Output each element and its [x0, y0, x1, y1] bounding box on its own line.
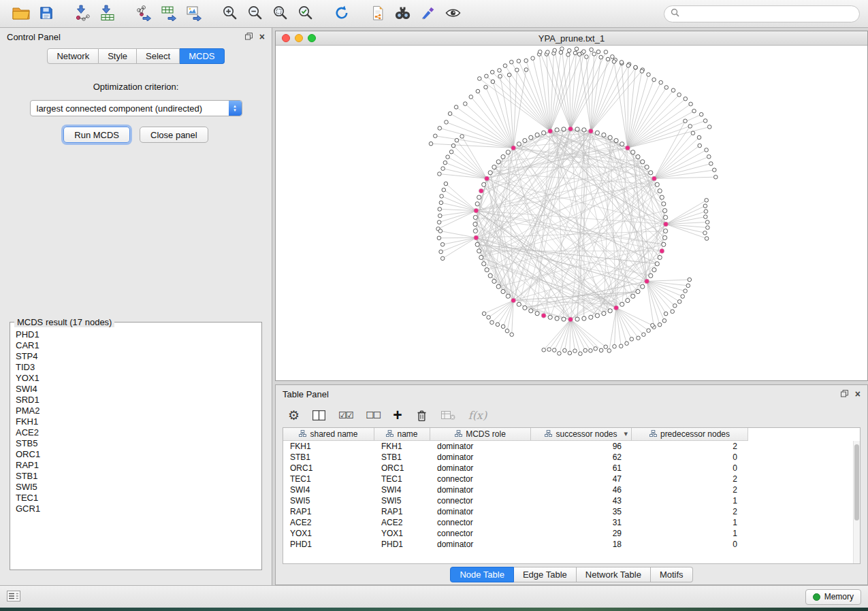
table-row[interactable]: STB1STB1dominator620	[283, 452, 748, 463]
table-tabs: Node TableEdge TableNetwork TableMotifs	[276, 564, 867, 584]
mcds-result-item[interactable]: ORC1	[16, 449, 256, 460]
network-canvas[interactable]	[276, 46, 864, 380]
criterion-dropdown[interactable]: largest connected component (undirected)…	[30, 100, 242, 116]
close-window-icon[interactable]	[282, 34, 290, 42]
mcds-result-item[interactable]: FKH1	[16, 416, 256, 427]
mcds-result-item[interactable]: GCR1	[16, 503, 256, 514]
tab-network-table[interactable]: Network Table	[577, 567, 651, 582]
table-row[interactable]: YOX1YOX1connector291	[283, 528, 748, 539]
zoom-in-button[interactable]	[217, 2, 242, 25]
table-row[interactable]: SWI5SWI5connector431	[283, 495, 748, 506]
column-header-name[interactable]: name	[374, 428, 430, 440]
table-row[interactable]: PHD1PHD1dominator180	[283, 539, 748, 550]
export-table-button[interactable]	[156, 2, 181, 25]
column-header-successor-nodes[interactable]: successor nodes▾	[531, 428, 632, 440]
mcds-result-item[interactable]: TID3	[16, 362, 256, 373]
table-row[interactable]: ORC1ORC1dominator610	[283, 463, 748, 474]
tab-node-table[interactable]: Node Table	[450, 567, 514, 582]
mcds-result-item[interactable]: TEC1	[16, 493, 256, 503]
mcds-result-item[interactable]: RAP1	[16, 460, 256, 471]
table-cell: 1	[632, 495, 748, 506]
mcds-result-item[interactable]: SRD1	[16, 395, 256, 406]
mcds-result-item[interactable]: CAR1	[16, 340, 256, 351]
workspace: Control Panel × NetworkStyleSelectMCDS O…	[0, 28, 868, 585]
table-cell: dominator	[430, 463, 531, 474]
panel-list-button[interactable]	[7, 591, 20, 604]
scrollbar-thumb[interactable]	[854, 444, 859, 521]
table-cell: dominator	[430, 506, 531, 517]
show-hide-button[interactable]	[440, 2, 466, 25]
table-cell: YOX1	[283, 528, 374, 539]
tab-motifs[interactable]: Motifs	[651, 567, 693, 582]
select-all-columns-button[interactable]: ☑☑	[338, 410, 353, 420]
clone-network-button[interactable]	[365, 2, 390, 25]
mcds-result-item[interactable]: SWI5	[16, 482, 256, 493]
memory-label: Memory	[824, 592, 854, 601]
control-panel: Control Panel × NetworkStyleSelectMCDS O…	[0, 28, 272, 585]
search-input[interactable]	[684, 9, 853, 19]
export-image-button[interactable]	[181, 2, 206, 25]
table-cell: connector	[430, 474, 531, 484]
table-row[interactable]: SWI4SWI4dominator462	[283, 484, 748, 495]
show-columns-button[interactable]	[312, 410, 325, 420]
apply-style-button[interactable]	[415, 2, 440, 25]
export-network-button[interactable]	[131, 2, 156, 25]
table-panel-titlebar: Table Panel ×	[276, 385, 867, 403]
table-row[interactable]: ACE2ACE2connector311	[283, 517, 748, 528]
close-panel-icon[interactable]: ×	[259, 33, 265, 40]
zoom-selected-button[interactable]	[293, 2, 318, 25]
mcds-result-item[interactable]: SWI4	[16, 384, 256, 395]
import-network-button[interactable]	[69, 2, 95, 25]
create-column-button[interactable]: +	[393, 408, 402, 422]
search-box[interactable]	[664, 5, 860, 22]
tab-select[interactable]: Select	[137, 48, 180, 64]
mcds-result-item[interactable]: ACE2	[16, 427, 256, 438]
column-header-shared-name[interactable]: shared name	[283, 428, 374, 440]
close-panel-icon[interactable]: ×	[855, 391, 861, 397]
mcds-result-item[interactable]: STP4	[16, 351, 256, 362]
attribute-type-icon	[649, 429, 657, 439]
minimize-window-icon[interactable]	[295, 34, 303, 42]
sort-dropdown-icon[interactable]: ▾	[624, 429, 628, 438]
run-mcds-button[interactable]: Run MCDS	[63, 127, 130, 143]
first-neighbors-button[interactable]	[390, 2, 415, 25]
zoom-fit-button[interactable]	[268, 2, 293, 25]
node-table: shared namenameMCDS rolesuccessor nodes▾…	[283, 427, 861, 564]
table-row[interactable]: FKH1FKH1dominator962	[283, 441, 748, 452]
table-cell: 0	[632, 539, 748, 550]
delete-column-button[interactable]	[415, 408, 428, 423]
table-cell: ORC1	[283, 463, 374, 474]
apply-layout-button[interactable]	[329, 2, 354, 25]
mcds-panel: Optimization criterion: largest connecte…	[0, 69, 272, 585]
column-header-MCDS-role[interactable]: MCDS role	[430, 428, 531, 440]
tab-style[interactable]: Style	[99, 48, 137, 64]
float-panel-icon[interactable]	[245, 32, 253, 42]
tab-mcds[interactable]: MCDS	[180, 48, 224, 64]
zoom-out-button[interactable]	[242, 2, 268, 25]
close-panel-button[interactable]: Close panel	[140, 127, 208, 143]
unselect-all-columns-button[interactable]: ☐☐	[366, 410, 380, 420]
cytoscape-window: Control Panel × NetworkStyleSelectMCDS O…	[0, 0, 868, 611]
tab-network[interactable]: Network	[47, 48, 99, 64]
memory-button[interactable]: Memory	[805, 589, 861, 605]
mcds-result-item[interactable]: STB5	[16, 438, 256, 449]
network-view-titlebar[interactable]: YPA_prune.txt_1	[276, 31, 867, 46]
table-cell: PHD1	[283, 539, 374, 550]
mcds-result-item[interactable]: YOX1	[16, 373, 256, 384]
dropdown-stepper-icon: ▲▼	[229, 101, 242, 116]
maximize-window-icon[interactable]	[308, 34, 316, 42]
float-panel-icon[interactable]	[841, 389, 848, 399]
save-session-button[interactable]	[33, 2, 59, 25]
table-cell: dominator	[430, 539, 531, 550]
column-header-predecessor-nodes[interactable]: predecessor nodes	[632, 428, 748, 440]
mcds-result-item[interactable]: STB1	[16, 471, 256, 482]
tab-edge-table[interactable]: Edge Table	[514, 567, 577, 582]
mcds-result-item[interactable]: PHD1	[16, 329, 256, 340]
import-table-button[interactable]	[95, 2, 120, 25]
open-session-button[interactable]	[8, 2, 33, 25]
mcds-result-item[interactable]: PMA2	[16, 406, 256, 416]
table-settings-button[interactable]: ⚙	[288, 409, 300, 422]
table-scrollbar[interactable]	[853, 441, 860, 563]
table-row[interactable]: RAP1RAP1dominator352	[283, 506, 748, 517]
table-row[interactable]: TEC1TEC1connector472	[283, 474, 748, 484]
